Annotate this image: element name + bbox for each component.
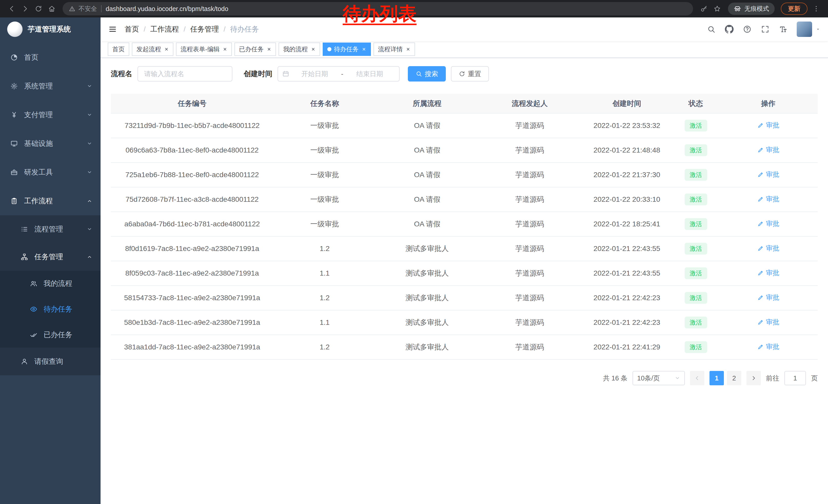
screenshot-root: 不安全 dashboard.yudao.iocoder.cn/bpm/task/… <box>0 0 828 504</box>
user-avatar[interactable] <box>797 21 812 37</box>
breadcrumb-item[interactable]: 待办任务 <box>230 25 259 34</box>
next-page-button[interactable] <box>746 371 761 385</box>
sidebar-item-label: 我的流程 <box>44 279 92 288</box>
sidebar-item[interactable]: 研发工具 <box>0 158 100 187</box>
browser-menu-button[interactable] <box>810 2 823 15</box>
approve-link[interactable]: 审批 <box>757 318 779 327</box>
header-search-button[interactable] <box>703 22 720 37</box>
update-button[interactable]: 更新 <box>781 3 808 15</box>
sidebar-item[interactable]: 系统管理 <box>0 72 100 100</box>
approve-link[interactable]: 审批 <box>757 244 779 253</box>
status-badge: 激活 <box>685 144 707 156</box>
view-tab[interactable]: 流程详情 <box>373 43 415 56</box>
approve-link[interactable]: 审批 <box>757 194 779 203</box>
help-button[interactable] <box>739 22 756 37</box>
close-tab-icon[interactable] <box>267 47 272 51</box>
page-number-button[interactable]: 1 <box>709 371 724 385</box>
edit-icon <box>757 343 764 350</box>
edit-icon <box>757 171 764 178</box>
reset-button-label: 重置 <box>468 70 481 79</box>
caret-down-icon[interactable] <box>815 27 821 32</box>
close-tab-icon[interactable] <box>311 47 316 51</box>
sidebar-item[interactable]: 请假查询 <box>0 348 100 375</box>
security-label[interactable]: 不安全 <box>79 5 97 13</box>
close-tab-icon[interactable] <box>406 47 410 51</box>
prev-page-button[interactable] <box>690 371 704 385</box>
view-tab[interactable]: 待办任务 <box>323 43 371 56</box>
view-tab[interactable]: 首页 <box>108 43 129 56</box>
process-name-input[interactable] <box>137 66 233 82</box>
reload-button[interactable] <box>32 2 45 15</box>
start-date-input[interactable] <box>289 70 340 78</box>
status-badge: 激活 <box>685 267 707 279</box>
view-tab[interactable]: 已办任务 <box>235 43 276 56</box>
help-icon <box>743 25 752 34</box>
status-badge: 激活 <box>685 120 707 132</box>
table-row: 8f0d1619-7ac8-11ec-a9e2-a2380e71991a 1.2… <box>111 236 818 261</box>
view-tab[interactable]: 我的流程 <box>279 43 320 56</box>
close-tab-icon[interactable] <box>223 47 227 51</box>
date-range-picker[interactable]: - <box>278 66 400 82</box>
bookmark-star-button[interactable] <box>710 2 724 15</box>
approve-link[interactable]: 审批 <box>757 145 779 154</box>
sidebar-item[interactable]: 首页 <box>0 43 100 72</box>
yen-icon <box>10 111 18 119</box>
reset-button[interactable]: 重置 <box>451 66 489 82</box>
chevron-right-icon <box>750 375 757 381</box>
sidebar-item[interactable]: 工作流程 <box>0 187 100 215</box>
forward-button[interactable] <box>18 2 32 15</box>
home-button[interactable] <box>45 2 58 15</box>
github-button[interactable] <box>721 22 738 37</box>
approve-link[interactable]: 审批 <box>757 342 779 351</box>
sidebar-item[interactable]: 支付管理 <box>0 100 100 129</box>
sidebar-item[interactable]: 已办任务 <box>0 322 100 348</box>
page-number-button[interactable]: 2 <box>727 371 741 385</box>
sidebar-item[interactable]: 流程管理 <box>0 215 100 243</box>
goto-page-input[interactable] <box>784 371 806 385</box>
breadcrumb-item[interactable]: 工作流程 <box>150 25 190 34</box>
address-bar[interactable]: 不安全 dashboard.yudao.iocoder.cn/bpm/task/… <box>63 2 693 15</box>
fullscreen-button[interactable] <box>757 22 774 37</box>
hamburger-icon <box>108 25 117 34</box>
approve-link[interactable]: 审批 <box>757 219 779 228</box>
approve-link[interactable]: 审批 <box>757 268 779 277</box>
incognito-label: 无痕模式 <box>744 5 769 13</box>
sidebar-item[interactable]: 我的流程 <box>0 271 100 296</box>
sidebar-item[interactable]: 任务管理 <box>0 243 100 271</box>
app-logo[interactable]: 芋道管理系统 <box>0 17 100 41</box>
sidebar-item[interactable]: 待办任务 <box>0 296 100 322</box>
table-row: 73211d9d-7b9b-11ec-b5b7-acde48001122 一级审… <box>111 113 818 138</box>
back-button[interactable] <box>5 2 18 15</box>
initiator-cell: 芋道源码 <box>479 286 581 310</box>
sidebar-item[interactable]: 基础设施 <box>0 129 100 158</box>
initiator-cell: 芋道源码 <box>479 261 581 286</box>
font-size-button[interactable] <box>775 22 792 37</box>
created-time-cell: 2022-01-21 22:43:55 <box>581 261 673 286</box>
approve-link[interactable]: 审批 <box>757 121 779 130</box>
approve-link[interactable]: 审批 <box>757 293 779 302</box>
table-column-header: 创建时间 <box>581 94 673 113</box>
breadcrumb-item[interactable]: 首页 <box>125 25 150 34</box>
status-badge: 激活 <box>685 218 707 230</box>
end-date-input[interactable] <box>344 70 395 78</box>
sidebar-toggle-button[interactable] <box>100 17 125 41</box>
action-cell: 审批 <box>719 310 818 335</box>
table-row: 580e1b3d-7ac8-11ec-a9e2-a2380e71991a 1.1… <box>111 310 818 335</box>
view-tab[interactable]: 流程表单-编辑 <box>176 43 232 56</box>
incognito-badge: 无痕模式 <box>728 3 775 15</box>
table-row: 381aa1dd-7ac8-11ec-a9e2-a2380e71991a 1.2… <box>111 335 818 359</box>
view-tab[interactable]: 发起流程 <box>132 43 173 56</box>
incognito-icon <box>734 5 741 12</box>
key-button[interactable] <box>697 2 710 15</box>
tab-label: 我的流程 <box>283 45 308 53</box>
forward-icon <box>21 5 29 12</box>
task-name-cell: 一级审批 <box>274 163 376 187</box>
page-size-select[interactable]: 10条/页 <box>632 371 685 385</box>
close-tab-icon[interactable] <box>164 47 169 51</box>
process-cell: OA 请假 <box>376 163 479 187</box>
submenu-chevron-icon <box>87 83 92 89</box>
search-button[interactable]: 搜索 <box>408 66 446 82</box>
close-tab-icon[interactable] <box>362 47 366 51</box>
approve-link[interactable]: 审批 <box>757 170 779 179</box>
breadcrumb-item[interactable]: 任务管理 <box>190 25 230 34</box>
